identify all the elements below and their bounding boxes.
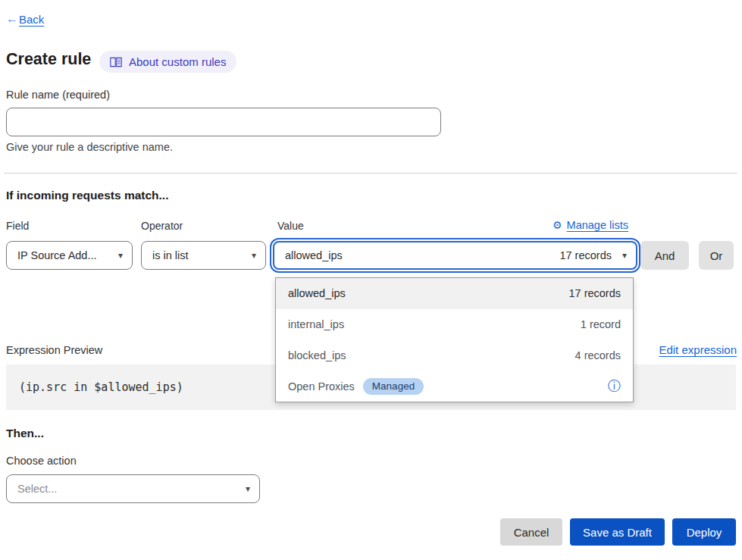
manage-lists-link[interactable]: ⚙ Manage lists xyxy=(553,219,628,231)
chevron-down-icon: ▾ xyxy=(246,484,250,493)
value-dropdown-panel: allowed_ips 17 records internal_ips 1 re… xyxy=(275,277,634,402)
action-select[interactable]: Select... ▾ xyxy=(6,474,260,503)
page-title: Create rule xyxy=(6,50,91,69)
value-select-selected: allowed_ips xyxy=(285,249,343,261)
back-arrow-icon: ← xyxy=(6,12,18,26)
list-item-record-count: 4 records xyxy=(575,349,621,361)
list-item-blocked-ips[interactable]: blocked_ips 4 records xyxy=(276,340,633,371)
or-button[interactable]: Or xyxy=(699,241,734,270)
action-select-placeholder: Select... xyxy=(17,483,57,495)
value-select[interactable]: allowed_ips 17 records ▾ xyxy=(273,241,637,270)
about-custom-rules-link[interactable]: About custom rules xyxy=(99,51,236,73)
gear-icon: ⚙ xyxy=(553,219,562,231)
list-item-record-count: 1 record xyxy=(581,318,621,330)
deploy-button[interactable]: Deploy xyxy=(672,518,736,546)
save-as-draft-button[interactable]: Save as Draft xyxy=(570,518,665,546)
field-select[interactable]: IP Source Add... ▾ xyxy=(6,241,133,270)
back-label: Back xyxy=(19,13,44,26)
and-button[interactable]: And xyxy=(640,241,689,270)
book-icon xyxy=(110,57,122,67)
info-icon[interactable]: ⓘ xyxy=(608,380,621,393)
list-item-name: allowed_ips xyxy=(288,287,346,299)
list-item-name: Open Proxies xyxy=(288,380,355,393)
list-item-open-proxies[interactable]: Open Proxies Managed ⓘ xyxy=(276,371,633,402)
expression-preview-label: Expression Preview xyxy=(6,344,102,356)
match-section-heading: If incoming requests match... xyxy=(6,189,168,202)
field-label: Field xyxy=(6,220,29,232)
chevron-down-icon: ▾ xyxy=(252,251,256,260)
chevron-down-icon: ▾ xyxy=(622,251,627,260)
manage-lists-label: Manage lists xyxy=(567,219,628,231)
list-item-name: blocked_ips xyxy=(288,349,346,361)
about-custom-rules-label: About custom rules xyxy=(129,55,226,68)
operator-select[interactable]: is in list ▾ xyxy=(141,241,266,270)
managed-badge: Managed xyxy=(363,378,424,395)
back-link[interactable]: ← Back xyxy=(6,12,44,26)
section-divider xyxy=(4,173,737,174)
expression-code: (ip.src in $allowed_ips) xyxy=(6,380,183,394)
chevron-down-icon: ▾ xyxy=(118,251,123,260)
edit-expression-link[interactable]: Edit expression xyxy=(659,343,737,356)
create-rule-page: ← Back Create rule About custom rules Ru… xyxy=(0,0,742,560)
cancel-button[interactable]: Cancel xyxy=(500,518,562,546)
then-section-heading: Then... xyxy=(6,427,44,440)
choose-action-label: Choose action xyxy=(6,455,77,467)
list-item-internal-ips[interactable]: internal_ips 1 record xyxy=(276,309,633,340)
list-item-allowed-ips[interactable]: allowed_ips 17 records xyxy=(276,278,633,309)
value-label: Value xyxy=(277,220,304,232)
list-item-record-count: 17 records xyxy=(568,287,621,299)
operator-select-value: is in list xyxy=(152,249,189,261)
list-item-name: internal_ips xyxy=(288,318,344,330)
value-select-record-count: 17 records xyxy=(559,249,612,261)
field-select-value: IP Source Add... xyxy=(17,249,97,261)
operator-label: Operator xyxy=(141,220,183,232)
rule-name-input[interactable] xyxy=(6,108,441,136)
rule-name-helper-text: Give your rule a descriptive name. xyxy=(6,141,173,153)
rule-name-label: Rule name (required) xyxy=(6,89,110,101)
